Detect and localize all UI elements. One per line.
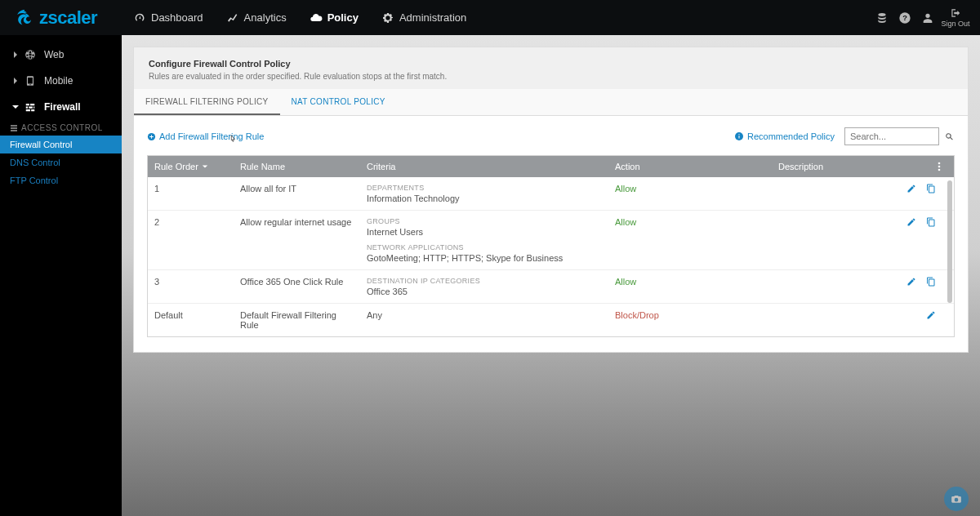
help-icon: ? [898,11,911,24]
criteria-value: Information Technology [367,194,602,203]
col-header-action[interactable]: Action [608,162,772,171]
criteria-label: NETWORK APPLICATIONS [367,243,602,251]
edit-icon[interactable] [906,277,916,287]
svg-point-9 [938,162,941,165]
cell-action: Allow [608,277,772,296]
svg-rect-2 [11,125,17,127]
copy-icon[interactable] [926,217,936,227]
sidebar-item-mobile[interactable]: Mobile [0,68,122,94]
cell-row-actions [898,310,954,330]
search-icon[interactable] [944,131,955,142]
signout-icon [950,7,961,19]
criteria-value: Office 365 [367,287,602,296]
criteria-value: GotoMeeting; HTTP; HTTPS; Skype for Busi… [367,253,602,263]
plus-circle-icon [147,132,156,141]
tab-nat-control[interactable]: NAT CONTROL POLICY [280,89,397,115]
user-icon-button[interactable] [916,0,939,35]
svg-rect-7 [739,136,740,139]
dashboard-icon [133,11,146,24]
signout-button[interactable]: Sign Out [939,0,972,35]
table-row: DefaultDefault Firewall Filtering RuleAn… [148,303,954,336]
copy-icon[interactable] [926,184,936,194]
criteria-value: Any [367,310,602,320]
pointer-cursor-icon [227,133,238,146]
nav-policy[interactable]: Policy [298,0,370,35]
criteria-label: GROUPS [367,217,602,225]
nav-dashboard[interactable]: Dashboard [122,0,215,35]
cell-order: 3 [148,277,234,296]
cell-description [772,217,898,263]
svg-rect-4 [11,130,17,131]
grid-scrollbar[interactable] [947,180,952,303]
floating-action-button[interactable] [944,487,969,511]
sidebar-section-heading: ACCESS CONTROL [0,120,122,136]
sidebar-item-web[interactable]: Web [0,42,122,68]
submenu-ftp-control[interactable]: FTP Control [0,171,122,189]
col-header-criteria[interactable]: Criteria [360,162,608,171]
rules-grid: Rule Order Rule Name Criteria Action Des… [147,155,955,337]
panel-description: Configure Firewall Control Policy Rules … [133,47,969,89]
cell-criteria: Any [360,310,608,330]
col-header-actions[interactable] [898,161,954,172]
topbar: zscaler Dashboard Analytics Policy Admin… [0,0,980,35]
sidebar-item-firewall[interactable]: Firewall [0,94,122,120]
logo[interactable]: zscaler [0,7,122,29]
cell-criteria: GROUPSInternet UsersNETWORK APPLICATIONS… [360,217,608,263]
column-menu-icon[interactable] [938,161,941,172]
nav-policy-label: Policy [327,11,359,24]
info-icon [734,131,744,141]
panel-subtitle: Rules are evaluated in the order specifi… [149,72,953,81]
cell-action: Allow [608,184,772,203]
search-input[interactable] [844,127,939,145]
nav-analytics[interactable]: Analytics [215,0,298,35]
recommended-policy-link[interactable]: Recommended Policy [734,131,835,141]
panel-body: Add Firewall Filtering Rule Recommended … [133,116,969,353]
svg-point-10 [938,166,941,168]
cloud-icon [310,11,323,24]
signout-label: Sign Out [941,20,969,28]
edit-icon[interactable] [906,217,916,227]
help-icon-button[interactable]: ? [893,0,916,35]
submenu-firewall-control[interactable]: Firewall Control [0,136,122,153]
nav-administration[interactable]: Administration [370,0,478,35]
svg-rect-8 [739,134,740,135]
criteria-label: DEPARTMENTS [367,184,602,192]
table-row: 1Allow all for ITDEPARTMENTSInformation … [148,177,954,210]
sidebar: Web Mobile Firewall ACCESS CONTROL Firew… [0,35,122,516]
globe-icon [24,49,36,60]
database-icon-button[interactable] [871,0,893,35]
cell-order: 1 [148,184,234,203]
cell-description [772,184,898,203]
edit-icon[interactable] [926,310,936,320]
mobile-icon [24,75,36,87]
col-header-description[interactable]: Description [772,162,898,171]
recommended-label: Recommended Policy [747,131,835,141]
cell-action: Allow [608,217,772,263]
add-rule-button[interactable]: Add Firewall Filtering Rule [147,131,264,141]
cell-description [772,277,898,296]
search-wrap [844,127,955,145]
col-header-name[interactable]: Rule Name [234,162,360,171]
cell-row-actions [898,184,954,203]
cell-name: Allow all for IT [234,184,360,203]
top-nav: Dashboard Analytics Policy Administratio… [122,0,478,35]
top-icons: ? Sign Out [871,0,980,35]
logo-text: zscaler [39,7,97,29]
edit-icon[interactable] [906,184,916,194]
section-icon [10,124,18,132]
tab-firewall-filtering[interactable]: FIREWALL FILTERING POLICY [134,89,280,115]
col-header-order[interactable]: Rule Order [148,162,234,171]
nav-dashboard-label: Dashboard [151,11,203,24]
submenu-dns-control[interactable]: DNS Control [0,153,122,171]
analytics-icon [226,11,239,24]
sidebar-item-label: Mobile [44,75,73,87]
logo-icon [15,8,34,28]
copy-icon[interactable] [926,277,936,287]
sidebar-item-label: Web [44,49,64,60]
chevron-down-icon [11,103,20,111]
chevron-right-icon [11,51,20,59]
grid-header: Rule Order Rule Name Criteria Action Des… [148,156,954,177]
cell-name: Office 365 One Click Rule [234,277,360,296]
firewall-icon [24,101,36,113]
cell-criteria: DEPARTMENTSInformation Technology [360,184,608,203]
